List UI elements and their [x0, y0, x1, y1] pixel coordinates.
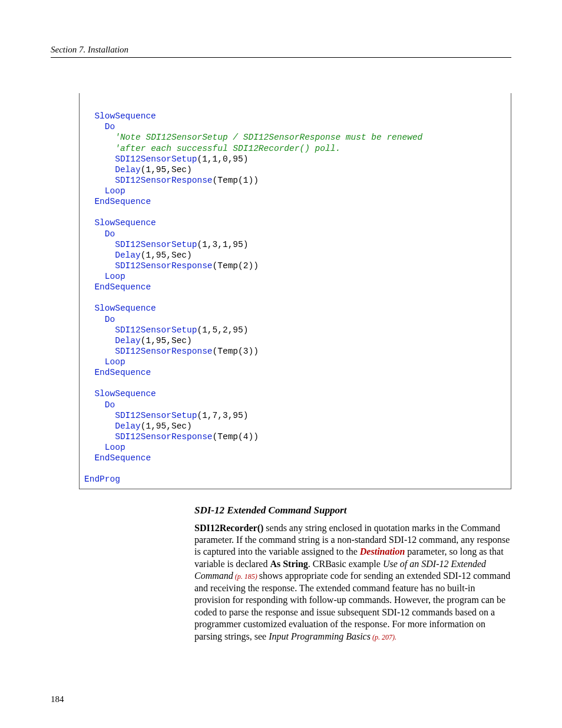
- code-line: EndSequence: [84, 453, 151, 463]
- para-text: . CRBasic example: [308, 559, 383, 569]
- code-listing: SlowSequence Do 'Note SDI12SensorSetup /…: [79, 93, 511, 489]
- code-line: EndProg: [84, 475, 120, 484]
- body-paragraph: SDI12Recorder() sends any string enclose…: [194, 522, 511, 643]
- code-line: Loop: [84, 443, 125, 452]
- code-line: SDI12SensorResponse(Temp(2)): [84, 261, 259, 271]
- page-ref-link[interactable]: (p. 185): [233, 572, 259, 581]
- page-number: 184: [51, 694, 64, 704]
- code-line: Do: [84, 315, 115, 324]
- code-line: SlowSequence: [84, 304, 156, 313]
- code-line: SDI12SensorSetup(1,7,3,95): [84, 411, 248, 420]
- page-header: Section 7. Installation: [51, 45, 511, 58]
- code-line: Delay(1,95,Sec): [84, 251, 192, 260]
- destination-keyword: Destination: [360, 546, 405, 556]
- code-line: SDI12SensorSetup(1,3,1,95): [84, 240, 248, 249]
- code-line: SDI12SensorSetup(1,1,0,95): [84, 154, 248, 164]
- code-line: Loop: [84, 272, 125, 281]
- code-line: EndSequence: [84, 368, 151, 377]
- code-line: SDI12SensorResponse(Temp(1)): [84, 176, 259, 185]
- code-line: EndSequence: [84, 282, 151, 292]
- func-name: SDI12Recorder(): [194, 523, 263, 533]
- code-line: SDI12SensorResponse(Temp(3)): [84, 347, 259, 356]
- code-line: SDI12SensorResponse(Temp(4)): [84, 432, 259, 442]
- code-line: EndSequence: [84, 197, 151, 206]
- code-line: Do: [84, 229, 115, 239]
- code-comment: 'Note SDI12SensorSetup / SDI12SensorResp…: [84, 133, 422, 142]
- code-line: Do: [84, 122, 115, 131]
- as-string-keyword: As String: [270, 559, 308, 569]
- code-line: SlowSequence: [84, 218, 156, 228]
- code-line: Delay(1,95,Sec): [84, 336, 192, 345]
- code-comment: 'after each successful SDI12Recorder() p…: [84, 144, 340, 153]
- code-line: Loop: [84, 186, 125, 196]
- code-line: Delay(1,95,Sec): [84, 421, 192, 431]
- input-basics-title: Input Programming Basics: [269, 631, 371, 641]
- page-ref-link[interactable]: (p. 207).: [371, 633, 396, 641]
- code-line: SlowSequence: [84, 111, 156, 121]
- code-line: Loop: [84, 357, 125, 367]
- code-line: Delay(1,95,Sec): [84, 165, 192, 174]
- code-line: Do: [84, 400, 115, 410]
- section-heading: SDI-12 Extended Command Support: [194, 505, 511, 516]
- code-line: SlowSequence: [84, 389, 156, 398]
- code-line: SDI12SensorSetup(1,5,2,95): [84, 325, 248, 335]
